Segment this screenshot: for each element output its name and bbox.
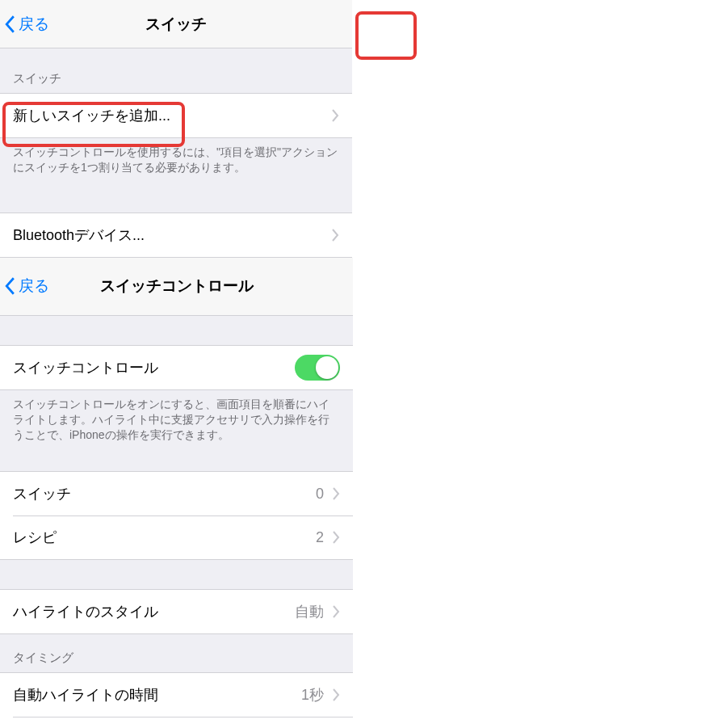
bluetooth-devices-cell[interactable]: Bluetoothデバイス... [0,213,352,257]
navbar-title-right: スイッチコントロール [0,276,353,297]
add-switch-label: 新しいスイッチを追加... [13,106,331,125]
switch-control-toggle[interactable] [295,355,340,381]
switches-cell[interactable]: スイッチ 0 [0,472,353,515]
back-button-right[interactable]: 戻る [0,276,49,297]
switches-label: スイッチ [13,484,316,503]
highlight-style-label: ハイライトのスタイル [13,602,295,621]
toggle-knob [316,356,338,379]
back-label-right: 戻る [19,276,49,297]
auto-highlight-value: 1秒 [301,685,324,705]
section-footer-switch-control-desc: スイッチコントロールをオンにすると、画面項目を順番にハイライトします。ハイライト… [0,390,353,451]
section-header-switches: スイッチ [0,48,352,93]
cell-group-switches-recipes: スイッチ 0 レシピ 2 [0,471,353,560]
chevron-right-icon [332,688,340,701]
back-label-left: 戻る [19,14,49,35]
back-chevron-icon [5,15,15,33]
recipes-label: レシピ [13,528,316,547]
auto-highlight-cell[interactable]: 自動ハイライトの時間 1秒 [0,673,353,717]
pause-first-item-cell[interactable]: 最初の項目で一時停止 オフ [0,717,353,728]
cell-group-add-switch: 新しいスイッチを追加... [0,93,352,138]
chevron-right-icon [332,487,340,500]
right-navbar: 戻る スイッチコントロール [0,258,353,316]
cell-group-main-toggle: スイッチコントロール [0,345,353,390]
section-footer-switch-help: スイッチコントロールを使用するには、"項目を選択"アクションにスイッチを1つ割り… [0,138,352,183]
switch-control-toggle-cell[interactable]: スイッチコントロール [0,346,353,389]
recipes-cell[interactable]: レシピ 2 [0,515,353,559]
chevron-right-icon [331,229,339,242]
recipes-value: 2 [316,529,324,546]
chevron-right-icon [332,531,340,544]
cell-group-highlight-style: ハイライトのスタイル 自動 [0,589,353,634]
cell-group-timing: 自動ハイライトの時間 1秒 最初の項目で一時停止 オフ 繰り返し 4 移動の繰り… [0,672,353,728]
highlight-style-cell[interactable]: ハイライトのスタイル 自動 [0,590,353,633]
switch-control-toggle-label: スイッチコントロール [13,358,295,377]
left-navbar: 戻る スイッチ [0,0,352,48]
back-button-left[interactable]: 戻る [0,14,49,35]
right-screen: 戻る スイッチコントロール スイッチコントロール スイッチコントロールをオンにす… [0,258,353,728]
annotation-highlight-back-button [355,11,417,60]
switches-value: 0 [316,486,324,503]
navbar-title-left: スイッチ [0,14,352,35]
section-header-timing: タイミング [0,634,353,672]
chevron-right-icon [332,605,340,618]
highlight-style-value: 自動 [295,602,324,621]
back-chevron-icon [5,277,15,295]
left-screen: 戻る スイッチ スイッチ 新しいスイッチを追加... スイッチコントロールを使用… [0,0,352,258]
bluetooth-label: Bluetoothデバイス... [13,225,331,245]
chevron-right-icon [331,109,339,122]
add-switch-cell[interactable]: 新しいスイッチを追加... [0,94,352,137]
auto-highlight-label: 自動ハイライトの時間 [13,685,301,705]
cell-group-bluetooth: Bluetoothデバイス... [0,213,352,258]
